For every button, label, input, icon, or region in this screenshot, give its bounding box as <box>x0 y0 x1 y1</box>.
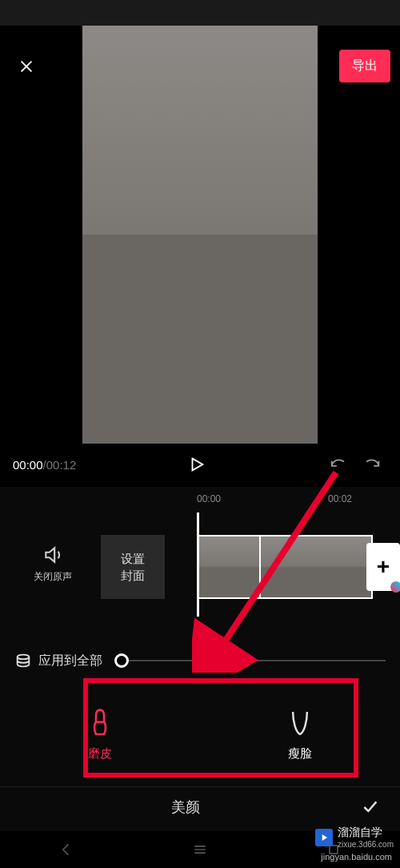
apply-all-label: 应用到全部 <box>38 653 102 669</box>
smooth-skin-icon <box>87 708 113 738</box>
watermark-source: jingyan.baidu.com <box>321 852 392 862</box>
watermark-logo-icon <box>315 829 333 846</box>
close-button[interactable] <box>14 54 38 78</box>
mute-label: 关闭原声 <box>34 570 72 584</box>
panel-title: 美颜 <box>16 798 355 817</box>
status-bar <box>0 0 400 26</box>
undo-button[interactable] <box>323 450 352 479</box>
add-clip-badge-icon <box>390 581 400 593</box>
total-time: 00:12 <box>46 458 77 472</box>
slider-thumb[interactable] <box>114 653 129 668</box>
current-time: 00:00 <box>13 458 43 472</box>
redo-icon <box>362 456 383 473</box>
slim-face-label: 瘦脸 <box>288 746 312 762</box>
playback-controls: 00:00/00:12 <box>0 442 400 487</box>
slim-face-option[interactable]: 瘦脸 <box>200 682 400 786</box>
confirm-button[interactable] <box>355 793 384 822</box>
slider-track <box>122 660 386 661</box>
tick-label: 00:02 <box>328 493 352 504</box>
speaker-icon <box>42 545 63 565</box>
video-preview-area: 导出 <box>0 26 400 442</box>
timeline[interactable]: 00:00 00:02 关闭原声 设置 封面 <box>0 487 400 639</box>
export-button[interactable]: 导出 <box>339 50 390 82</box>
undo-icon <box>327 456 348 473</box>
svg-point-0 <box>18 655 30 660</box>
redo-button[interactable] <box>358 450 387 479</box>
timeline-ruler: 00:00 00:02 <box>0 487 400 496</box>
set-cover-button[interactable]: 设置 封面 <box>101 535 165 599</box>
panel-footer: 美颜 <box>0 786 400 826</box>
intensity-slider-row: 应用到全部 <box>0 639 400 682</box>
clip-thumbnails[interactable] <box>197 535 373 599</box>
smooth-skin-label: 磨皮 <box>88 746 112 762</box>
playback-time: 00:00/00:12 <box>13 458 76 472</box>
intensity-slider[interactable] <box>122 653 386 669</box>
tick-label: 00:00 <box>197 493 221 504</box>
add-clip-button[interactable] <box>366 543 400 591</box>
beauty-options: 磨皮 瘦脸 <box>0 682 400 786</box>
stack-icon <box>14 652 32 669</box>
video-preview[interactable] <box>82 26 318 444</box>
back-nav-icon[interactable] <box>58 842 74 858</box>
cover-label-1: 设置 <box>121 550 145 567</box>
cover-label-2: 封面 <box>121 567 145 584</box>
smooth-skin-option[interactable]: 磨皮 <box>0 682 200 786</box>
clip-thumb[interactable] <box>325 535 373 599</box>
mute-original-button[interactable]: 关闭原声 <box>34 545 72 584</box>
close-icon <box>18 58 35 75</box>
watermark: 溜溜自学 zixue.3d66.com <box>315 826 394 849</box>
clip-thumb[interactable] <box>261 535 325 599</box>
slim-face-icon <box>287 708 313 738</box>
apply-to-all-button[interactable]: 应用到全部 <box>14 652 102 669</box>
clip-thumb[interactable] <box>197 535 261 599</box>
check-icon <box>358 799 381 815</box>
recents-nav-icon[interactable] <box>192 842 208 858</box>
watermark-url: zixue.3d66.com <box>338 840 394 849</box>
play-icon <box>188 456 206 473</box>
watermark-brand: 溜溜自学 <box>338 826 394 840</box>
play-button[interactable] <box>76 456 317 473</box>
playhead[interactable] <box>197 512 199 617</box>
